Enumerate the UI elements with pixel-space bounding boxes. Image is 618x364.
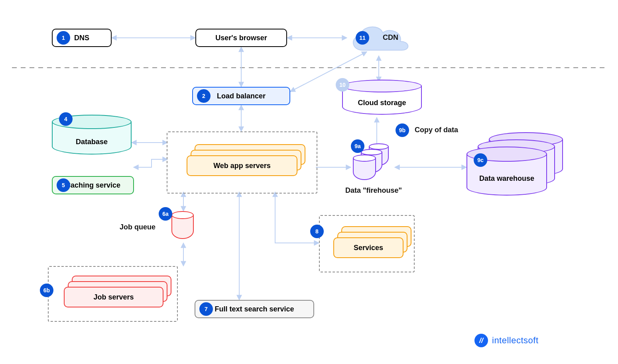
badge-10: 10 [336, 78, 349, 92]
node-load-balancer-label: Load balancer [217, 92, 266, 100]
brand-logo-icon: // [474, 334, 488, 347]
node-services-label: Services [354, 244, 383, 252]
cloud-icon [343, 19, 415, 59]
badge-7: 7 [199, 302, 213, 316]
node-database-label: Database [52, 138, 132, 146]
badge-9c: 9c [474, 153, 487, 167]
footer-brand-text: intellectsoft [492, 335, 539, 346]
badge-8: 8 [310, 225, 324, 238]
footer-brand: // intellectsoft [474, 334, 539, 347]
node-job-servers: Job servers [64, 276, 163, 307]
node-job-queue-label: Job queue [120, 223, 155, 231]
badge-11: 11 [356, 31, 369, 45]
badge-1: 1 [57, 31, 70, 45]
node-cloud-storage-label: Cloud storage [342, 99, 422, 107]
node-browser-label: User's browser [215, 34, 267, 42]
node-services: Services [333, 226, 403, 258]
node-caching-label: Caching service [65, 181, 120, 190]
node-job-queue [171, 211, 194, 242]
node-data-warehouse-label: Data warehouse [466, 174, 547, 183]
badge-5: 5 [57, 178, 70, 192]
node-browser: User's browser [195, 29, 287, 47]
node-dns-label: DNS [74, 34, 89, 42]
badge-9b: 9b [396, 123, 409, 137]
badge-6a: 6a [159, 207, 172, 221]
badge-9a: 9a [351, 139, 364, 153]
badge-4: 4 [59, 112, 73, 126]
node-full-text-label: Full text search service [215, 305, 294, 313]
node-web-app-servers: Web app servers [187, 144, 297, 176]
diagram-canvas: DNS 1 User's browser 11 CDN Load balance… [0, 0, 618, 364]
label-copy-of-data: Copy of data [415, 126, 458, 134]
node-cdn-label: CDN [383, 33, 398, 42]
node-firehouse-label: Data "firehouse" [345, 186, 402, 195]
badge-6b: 6b [40, 284, 53, 297]
node-cloud-storage: Cloud storage [342, 80, 422, 118]
node-web-app-label: Web app servers [213, 162, 271, 170]
node-job-servers-label: Job servers [93, 293, 134, 301]
badge-2: 2 [197, 89, 211, 103]
